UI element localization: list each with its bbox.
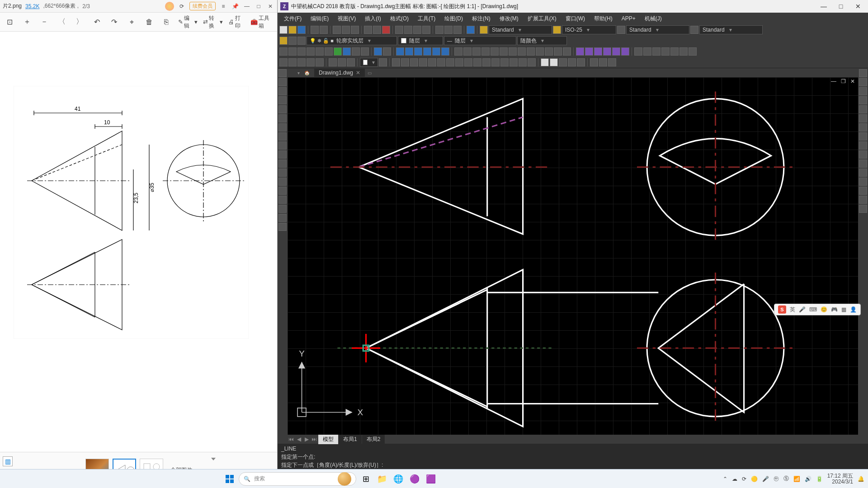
table-style-combo[interactable]: Standard▾: [626, 25, 689, 34]
rt-11[interactable]: [859, 160, 867, 168]
draw-pline-icon[interactable]: [288, 58, 297, 66]
zoom-win-icon[interactable]: [413, 26, 421, 34]
menu-app[interactable]: APP+: [617, 14, 640, 23]
redo-icon[interactable]: [373, 26, 381, 34]
cad-minimize-button[interactable]: —: [816, 1, 831, 12]
draw-mline-icon[interactable]: [316, 58, 324, 66]
cad-close-button[interactable]: ✕: [851, 1, 865, 12]
app-icon-1[interactable]: 🟣: [408, 472, 421, 486]
tool-a2[interactable]: [288, 47, 297, 56]
tool-d6[interactable]: [500, 47, 508, 56]
mod-13[interactable]: [500, 58, 509, 66]
ime-grid-icon[interactable]: ▦: [841, 306, 846, 313]
tool-d10[interactable]: [536, 47, 544, 56]
tool-e2[interactable]: [585, 47, 593, 56]
tray-battery-icon[interactable]: 🔋: [816, 476, 823, 482]
tool-d7[interactable]: [509, 47, 517, 56]
layout-model[interactable]: 模型: [318, 435, 338, 444]
print-button[interactable]: 🖨 打印: [228, 16, 245, 28]
menu-window[interactable]: 窗口(W): [561, 13, 590, 24]
lt-point[interactable]: [278, 178, 287, 186]
tool-f3[interactable]: [652, 47, 660, 56]
ime-emoji-icon[interactable]: 😊: [821, 306, 827, 313]
tray-volume-icon[interactable]: 🔊: [805, 476, 811, 482]
tool-a10[interactable]: [361, 47, 369, 56]
lineweight-combo[interactable]: 随颜色▾: [517, 36, 567, 45]
lt-hatch[interactable]: [278, 187, 287, 195]
ann-2[interactable]: [599, 58, 607, 66]
save-icon[interactable]: ⎘: [160, 16, 173, 28]
hamburger-icon[interactable]: ≡: [219, 2, 227, 10]
mod-10[interactable]: [473, 58, 481, 66]
open-icon[interactable]: [288, 26, 297, 34]
zoom-out-icon[interactable]: －: [38, 16, 51, 28]
view-1[interactable]: [541, 58, 549, 66]
mod-9[interactable]: [464, 58, 472, 66]
mleader-style-combo[interactable]: Standard▾: [699, 25, 763, 34]
layer-mgr-icon[interactable]: [467, 26, 475, 34]
ortho-icon[interactable]: [444, 26, 453, 34]
menu-modify[interactable]: 修改(M): [495, 13, 523, 24]
lt-insert[interactable]: [278, 160, 287, 168]
zoom-ext-icon[interactable]: [422, 26, 430, 34]
view-2[interactable]: [550, 58, 558, 66]
tray-sync-icon[interactable]: ⟳: [742, 476, 746, 482]
draw-ellipse-icon[interactable]: [347, 58, 355, 66]
tool-a9[interactable]: [352, 47, 360, 56]
tool-f1[interactable]: [634, 47, 642, 56]
layer-lock-icon[interactable]: [297, 37, 306, 45]
tool-f7[interactable]: [689, 47, 697, 56]
convert-button[interactable]: ⇄ 转换 ▾: [203, 16, 223, 28]
grid-icon[interactable]: [435, 26, 443, 34]
tray-cloud-icon[interactable]: ☁: [732, 476, 737, 482]
tool-d2[interactable]: [463, 47, 472, 56]
desktop-widget-icon[interactable]: ▥: [3, 456, 13, 466]
tool-d11[interactable]: [545, 47, 553, 56]
paste-icon[interactable]: [351, 26, 359, 34]
menu-file[interactable]: 文件(F): [279, 13, 306, 24]
match-icon[interactable]: [379, 58, 387, 66]
layout-prev[interactable]: ◀: [295, 436, 302, 442]
tray-sogou-icon[interactable]: Ⓢ: [783, 475, 789, 483]
layout-last[interactable]: ⏭: [311, 436, 318, 442]
fit-icon[interactable]: ⊡: [4, 16, 16, 28]
tool-d4[interactable]: [481, 47, 490, 56]
tool-c5[interactable]: [432, 47, 440, 56]
ime-game-icon[interactable]: 🎮: [831, 306, 838, 313]
tool-a3[interactable]: [297, 47, 306, 56]
new-icon[interactable]: [279, 26, 288, 34]
tool-e3[interactable]: [594, 47, 602, 56]
tool-d5[interactable]: [491, 47, 499, 56]
ime-user-icon[interactable]: 👤: [850, 306, 857, 313]
zoom-in-icon[interactable]: ＋: [21, 16, 33, 28]
rt-10[interactable]: [859, 150, 867, 159]
task-view-icon[interactable]: ⊞: [359, 472, 373, 486]
tool-e5[interactable]: [612, 47, 620, 56]
lt-table[interactable]: [278, 214, 287, 222]
cursor-icon[interactable]: ⌖: [126, 16, 138, 28]
lt-region[interactable]: [278, 205, 287, 213]
rt-6[interactable]: [859, 114, 867, 122]
tray-qq-icon[interactable]: 🟡: [751, 476, 758, 482]
view-3[interactable]: [559, 58, 567, 66]
lt-rect[interactable]: [278, 105, 287, 113]
tray-notif-icon[interactable]: 🔔: [858, 476, 864, 482]
menu-format[interactable]: 格式(O): [386, 13, 413, 24]
mod-11[interactable]: [482, 58, 491, 66]
tool-c6[interactable]: [441, 47, 449, 56]
rt-2[interactable]: [859, 78, 867, 86]
menu-edit[interactable]: 编辑(E): [306, 13, 333, 24]
new-tab-icon[interactable]: ▭: [368, 70, 372, 75]
lt-block[interactable]: [278, 169, 287, 177]
lt-xline[interactable]: [278, 78, 287, 86]
edit-button[interactable]: ✎ 编辑 ▾: [178, 16, 198, 28]
zoom-icon[interactable]: [404, 26, 412, 34]
close-tab-icon[interactable]: ✕: [356, 70, 360, 76]
layout-1[interactable]: 布局1: [339, 435, 362, 444]
rt-3[interactable]: [859, 87, 867, 95]
ime-kbd-icon[interactable]: ⌨: [809, 306, 817, 313]
tool-a5[interactable]: [316, 47, 324, 56]
rt-12[interactable]: [859, 169, 867, 177]
copy-icon[interactable]: [342, 26, 350, 34]
lt-ellipsearc[interactable]: [278, 150, 287, 159]
